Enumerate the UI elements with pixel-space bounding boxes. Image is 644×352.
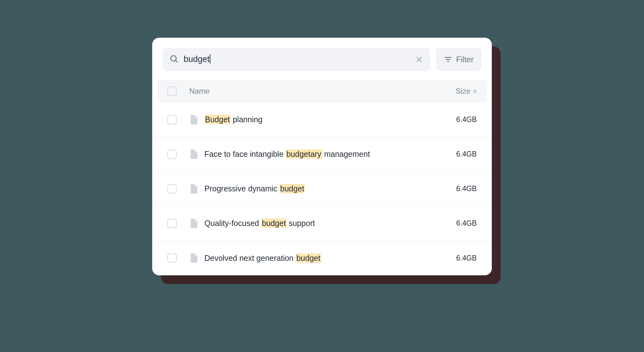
file-size: 6.4GB [456,184,477,193]
text-caret [210,54,210,63]
table-row[interactable]: Progressive dynamic budget6.4GB [152,172,492,206]
file-size: 6.4GB [456,219,477,228]
table-header: Name Size [157,80,487,102]
file-name: Devolved next generation budget [204,254,456,263]
file-size: 6.4GB [456,254,477,262]
table-row[interactable]: Quality-focused budget support6.4GB [152,206,492,241]
row-checkbox[interactable] [167,219,177,228]
row-checkbox[interactable] [167,115,177,124]
clear-search-button[interactable] [415,55,423,63]
search-input[interactable]: budget [162,48,430,71]
sort-icon [473,89,477,93]
row-checkbox[interactable] [167,184,177,194]
toolbar: budget Filter [152,48,492,80]
row-checkbox[interactable] [167,150,177,159]
file-icon [189,150,197,159]
select-all-checkbox[interactable] [167,86,177,96]
table-row[interactable]: Face to face intangible budgetary manage… [152,137,492,172]
svg-line-1 [175,60,177,62]
file-name: Quality-focused budget support [204,219,456,228]
filter-icon [444,55,452,63]
file-icon [189,253,197,263]
file-name: Face to face intangible budgetary manage… [204,150,456,159]
search-value: budget [184,54,415,64]
file-icon [189,115,197,124]
file-search-panel: budget Filter Name Size Budget plann [152,38,492,275]
file-icon [189,219,197,228]
table-row[interactable]: Devolved next generation budget6.4GB [152,241,492,275]
column-header-name[interactable]: Name [189,87,456,96]
filter-button[interactable]: Filter [436,48,482,71]
table-row[interactable]: Budget planning6.4GB [152,102,492,137]
file-name: Progressive dynamic budget [204,184,456,193]
svg-point-0 [171,56,176,61]
row-checkbox[interactable] [167,253,177,263]
close-icon [415,55,423,63]
table-body: Budget planning6.4GBFace to face intangi… [152,102,492,275]
file-size: 6.4GB [456,150,477,158]
column-header-size-label: Size [456,87,470,96]
search-icon [169,54,179,65]
column-header-size[interactable]: Size [456,87,477,96]
file-size: 6.4GB [456,115,477,124]
file-name: Budget planning [204,115,456,124]
file-icon [189,184,197,194]
filter-label: Filter [456,55,474,64]
